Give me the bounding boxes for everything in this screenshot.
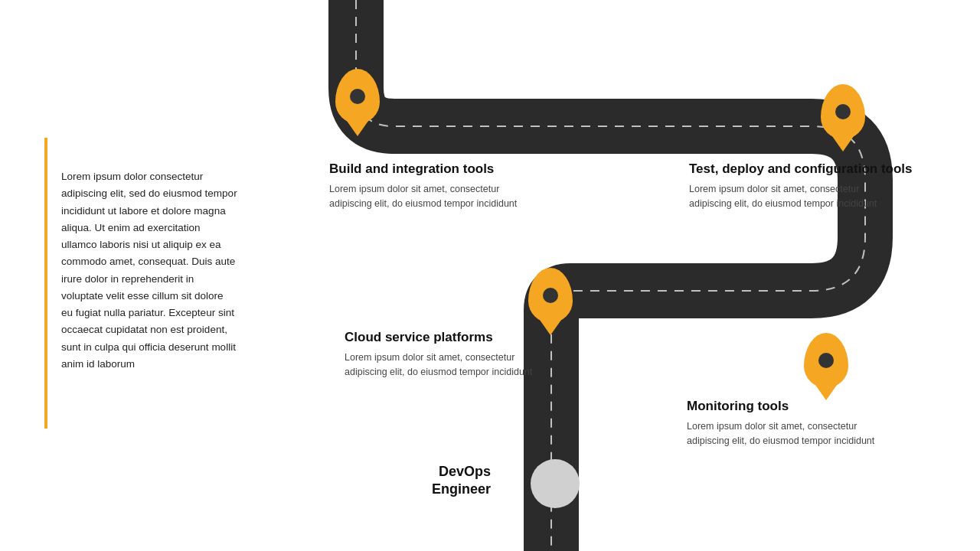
pin-circle: [350, 89, 365, 104]
pin-build: [335, 69, 380, 124]
pin-circle: [835, 104, 851, 119]
label-devops: DevOpsEngineer: [432, 463, 491, 499]
pin-test: [821, 84, 865, 139]
label-cloud: Cloud service platforms Lorem ipsum dolo…: [345, 329, 544, 380]
label-build: Build and integration tools Lorem ipsum …: [329, 161, 528, 212]
pin-monitoring: [804, 333, 848, 388]
pin-devops: [531, 459, 580, 508]
label-monitoring: Monitoring tools Lorem ipsum dolor sit a…: [687, 398, 886, 449]
pin-cloud: [528, 268, 573, 323]
pin-circle: [818, 353, 834, 368]
label-test: Test, deploy and configuration tools Lor…: [689, 161, 913, 212]
page: Lorem ipsum dolor consectetur adipiscing…: [0, 0, 980, 551]
pin-circle: [543, 288, 558, 303]
